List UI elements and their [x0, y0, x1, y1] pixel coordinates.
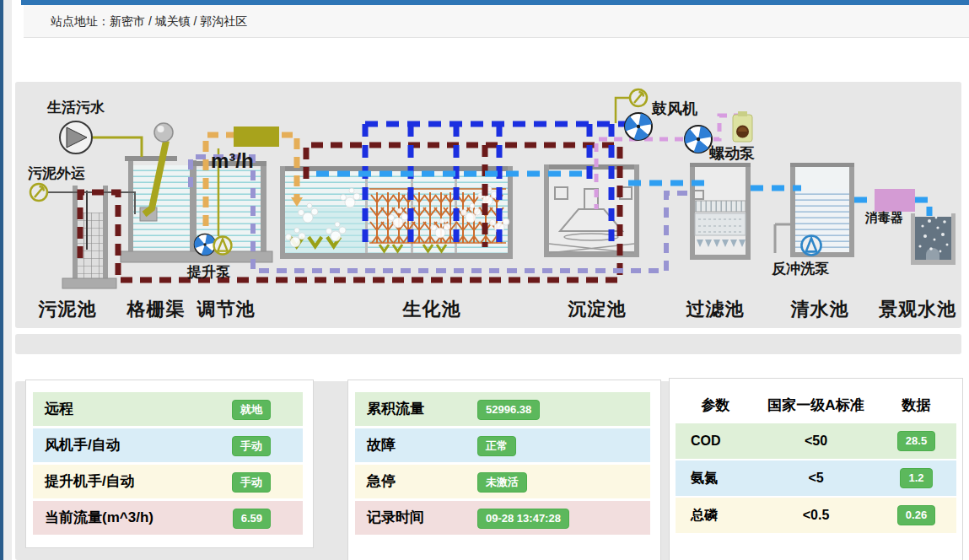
filter-tank	[690, 163, 751, 260]
fault-status-badge[interactable]: 正常	[477, 436, 516, 456]
water-quality-panel: 参数 国家一级A标准 数据 COD <50 28.5 氨氮 <5 1.2 总磷 …	[669, 378, 963, 560]
label-lift-pump: 提升泵	[187, 262, 230, 282]
dosing-fan-icon	[685, 126, 712, 153]
screen-sphere-icon	[154, 123, 173, 142]
sludge-tank	[62, 186, 116, 288]
row-remote-label: 远程	[33, 401, 73, 417]
blower-valve-icon	[630, 89, 647, 106]
stage-label-sedimentation-pool: 沉淀池	[551, 297, 643, 322]
flow-meter-icon	[234, 127, 279, 147]
row-lift-mode: 提升机手/自动 手动	[33, 465, 303, 498]
backwash-pump-icon	[801, 235, 821, 255]
label-backwash-pump: 反冲洗泵	[772, 259, 829, 278]
row-estop-label: 急停	[355, 473, 396, 489]
sludge-valve-icon	[30, 184, 47, 201]
process-flow-svg	[15, 82, 961, 328]
lift-valve-icon	[214, 237, 232, 255]
row-current-flow: 当前流量(m^3/h) 6.59	[33, 501, 303, 535]
current-flow-badge[interactable]: 6.59	[233, 509, 271, 529]
biochemical-tank	[280, 166, 513, 259]
ammonia-standard: <5	[756, 471, 876, 486]
row-total-flow: 累积流量 52996.38	[355, 392, 650, 426]
header-parameter: 参数	[676, 396, 756, 415]
estop-status-badge[interactable]: 未激活	[477, 472, 527, 493]
diagram-lower-strip	[15, 334, 961, 354]
lift-mode-badge[interactable]: 手动	[232, 472, 271, 493]
stage-label-regulation-pool: 调节池	[180, 297, 272, 322]
stage-label-filter-pool: 过滤池	[669, 297, 762, 322]
phosphorus-param: 总磷	[676, 507, 756, 525]
row-fan-mode-label: 风机手/自动	[33, 437, 121, 453]
cod-value-badge[interactable]: 28.5	[897, 431, 935, 451]
site-address: 站点地址：新密市 / 城关镇 / 郭沟社区	[24, 5, 969, 38]
header-standard: 国家一级A标准	[756, 396, 876, 415]
record-time-badge[interactable]: 09-28 13:47:28	[477, 509, 569, 529]
stage-label-sludge-pool: 污泥池	[21, 297, 114, 322]
dosing-beaker-icon	[733, 111, 752, 142]
blower-fan-icon	[625, 113, 652, 140]
row-lift-mode-label: 提升机手/自动	[33, 473, 135, 489]
remote-mode-badge[interactable]: 就地	[232, 400, 271, 420]
landscape-pool	[911, 213, 956, 265]
header-data: 数据	[876, 396, 956, 415]
total-flow-badge[interactable]: 52996.38	[477, 400, 540, 420]
sludge-out-pipe	[47, 192, 135, 214]
quality-row-phosphorus: 总磷 <0.5 0.26	[676, 498, 956, 533]
left-gutter	[3, 0, 12, 560]
inflow-pump-icon	[60, 121, 92, 153]
disinfector-box-icon	[875, 189, 915, 212]
row-fault: 故障 正常	[355, 428, 650, 462]
label-domestic-sewage: 生活污水	[47, 98, 105, 117]
stage-label-landscape-pool: 景观水池	[863, 297, 969, 322]
label-sludge-out: 污泥外运	[28, 164, 85, 183]
row-total-flow-label: 累积流量	[355, 401, 424, 417]
control-panel: 远程 就地 风机手/自动 手动 提升机手/自动 手动 当前流量(m^3/h) 6…	[25, 380, 314, 548]
lift-fan-icon	[195, 234, 216, 256]
quality-table-header: 参数 国家一级A标准 数据	[676, 396, 956, 415]
phosphorus-standard: <0.5	[756, 508, 876, 523]
row-fault-label: 故障	[355, 437, 396, 453]
stage-label-bio-pool: 生化池	[385, 297, 478, 322]
row-record-time: 记录时间 09-28 13:47:28	[355, 501, 650, 535]
quality-row-ammonia: 氨氮 <5 1.2	[676, 460, 956, 496]
row-record-time-label: 记录时间	[355, 509, 424, 525]
label-disinfector: 消毒器	[865, 210, 903, 226]
ammonia-param: 氨氮	[676, 470, 756, 487]
row-current-flow-label: 当前流量(m^3/h)	[33, 509, 153, 525]
quality-row-cod: COD <50 28.5	[676, 423, 956, 459]
fan-mode-badge[interactable]: 手动	[232, 436, 271, 456]
label-dosing-pump: 螺动泵	[709, 143, 755, 164]
ammonia-value-badge[interactable]: 1.2	[900, 468, 932, 488]
label-blower: 鼓风机	[652, 99, 697, 119]
row-fan-mode: 风机手/自动 手动	[33, 428, 303, 462]
stage-label-clear-water-pool: 清水池	[773, 297, 866, 322]
status-panel: 累积流量 52996.38 故障 正常 急停 未激活 记录时间 09-28 13…	[347, 380, 661, 560]
cod-param: COD	[676, 433, 756, 449]
phosphorus-value-badge[interactable]: 0.26	[897, 505, 935, 525]
label-flow-unit: m³/h	[211, 149, 254, 173]
scada-page: 站点地址：新密市 / 城关镇 / 郭沟社区	[0, 0, 969, 560]
inflow-pipe	[91, 137, 142, 157]
row-estop: 急停 未激活	[355, 465, 650, 498]
row-remote: 远程 就地	[33, 392, 303, 426]
process-flow-diagram: 生活污水 污泥外运 提升泵 m³/h 鼓风机 螺动泵 消毒器 反冲洗泵 污泥池 …	[15, 82, 961, 328]
cod-standard: <50	[756, 433, 876, 449]
